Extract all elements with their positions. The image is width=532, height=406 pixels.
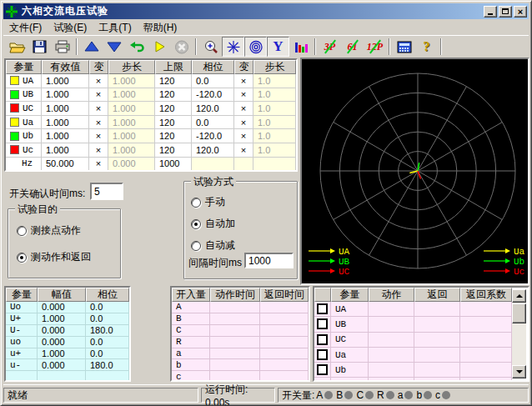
twelve-phase-button[interactable]: 12P xyxy=(364,37,386,57)
var2-cell[interactable]: × xyxy=(234,74,253,88)
purpose-option[interactable]: 测接点动作 xyxy=(17,223,81,238)
switch-indicator: c xyxy=(435,389,450,401)
value-cell[interactable]: 1.000 xyxy=(42,143,89,158)
close-button[interactable]: × xyxy=(514,6,527,18)
mode-option[interactable]: 手动 xyxy=(191,195,225,209)
legend-label: Uc xyxy=(514,267,524,277)
limit-cell[interactable]: 120 xyxy=(155,74,192,88)
result-checkbox[interactable] xyxy=(317,303,328,314)
limit-cell[interactable]: 1000 xyxy=(155,158,192,172)
reset-button[interactable] xyxy=(125,37,148,57)
phase-cell[interactable]: 0.0 xyxy=(192,116,234,130)
y-view-button[interactable]: Y xyxy=(267,37,289,57)
value-cell[interactable]: 50.000 xyxy=(42,158,89,172)
param-cell: Hz xyxy=(6,158,42,172)
switch-confirm-input[interactable] xyxy=(90,183,123,200)
lower-button[interactable] xyxy=(103,37,125,57)
switch-letter: R xyxy=(377,389,384,401)
save-button[interactable] xyxy=(28,37,51,57)
result-checkbox[interactable] xyxy=(317,380,328,382)
six-phase-button[interactable]: 61 xyxy=(341,37,364,57)
value-cell[interactable]: 1.000 xyxy=(42,74,89,88)
menu-test[interactable]: 试验(E) xyxy=(48,20,93,36)
var1-cell[interactable]: × xyxy=(89,116,108,130)
menu-tools[interactable]: 工具(T) xyxy=(93,20,137,36)
var1-cell[interactable]: × xyxy=(89,158,108,172)
open-button[interactable] xyxy=(6,37,28,57)
bar-view-button[interactable] xyxy=(289,37,312,57)
mode-radio[interactable] xyxy=(191,241,201,251)
value-cell[interactable]: 1.000 xyxy=(42,88,89,103)
limit-cell[interactable]: 120 xyxy=(155,129,192,143)
result-checkbox[interactable] xyxy=(317,364,328,375)
maximize-button[interactable] xyxy=(499,6,512,18)
var2-cell[interactable]: × xyxy=(234,116,253,130)
value-cell[interactable]: 1.000 xyxy=(42,102,89,116)
mode-option-label: 自动减 xyxy=(205,238,235,253)
scroll-thumb[interactable] xyxy=(512,303,526,323)
var1-cell[interactable]: × xyxy=(89,143,108,158)
toolbar-separator xyxy=(76,38,78,55)
mode-option[interactable]: 自动减 xyxy=(191,238,235,253)
phase-cell[interactable]: -120.0 xyxy=(192,88,234,103)
var2-cell[interactable]: × xyxy=(234,88,253,103)
mode-radio-selected[interactable] xyxy=(191,219,201,229)
print-button[interactable] xyxy=(51,37,73,57)
di-time-cell xyxy=(210,313,260,325)
three-phase-button[interactable]: 3P xyxy=(319,37,341,57)
phase-cell[interactable]: 120.0 xyxy=(192,143,234,158)
purpose-radio-selected[interactable] xyxy=(17,253,27,263)
toolbar-separator xyxy=(440,38,442,55)
interval-input[interactable] xyxy=(244,253,294,268)
mode-radio[interactable] xyxy=(191,198,201,208)
switch-letter: b xyxy=(416,389,422,401)
purpose-option[interactable]: 测动作和返回 xyxy=(17,250,91,264)
result-table-scrollbar[interactable] xyxy=(512,289,526,378)
var1-cell[interactable]: × xyxy=(89,102,108,116)
result-checkbox[interactable] xyxy=(317,349,328,360)
var2-cell[interactable]: × xyxy=(234,129,253,143)
sequence-value-cell: 0.0 xyxy=(86,337,129,348)
limit-cell[interactable]: 120 xyxy=(155,88,192,103)
result-checkbox[interactable] xyxy=(317,334,328,345)
phasor-view-button[interactable] xyxy=(222,37,244,57)
main-table-header: 有效值 xyxy=(42,60,89,74)
menu-file[interactable]: 文件(F) xyxy=(3,20,48,36)
limit-cell[interactable]: 120 xyxy=(155,102,192,116)
phase-cell[interactable]: -120.0 xyxy=(192,129,234,143)
menu-help[interactable]: 帮助(H) xyxy=(138,20,183,36)
limit-cell[interactable]: 120 xyxy=(155,143,192,158)
limit-cell[interactable]: 120 xyxy=(155,116,192,130)
var2-cell[interactable]: × xyxy=(234,143,253,158)
value-cell[interactable]: 1.000 xyxy=(42,116,89,130)
step1-cell: 1.000 xyxy=(108,129,155,143)
param-label: UB xyxy=(23,89,33,99)
var1-cell[interactable]: × xyxy=(89,88,108,103)
result-coeff-cell xyxy=(460,363,512,378)
result-param-cell: Uc xyxy=(331,378,369,382)
var2-cell[interactable] xyxy=(234,158,253,172)
value-cell[interactable]: 1.000 xyxy=(42,129,89,143)
calculator-icon xyxy=(397,41,412,53)
purpose-radio[interactable] xyxy=(17,226,27,236)
phase-cell[interactable]: 120.0 xyxy=(192,102,234,116)
circle-view-button[interactable] xyxy=(244,37,267,57)
result-checkbox[interactable] xyxy=(317,318,328,329)
minimize-button[interactable] xyxy=(484,6,497,18)
scroll-down-button[interactable] xyxy=(512,365,526,378)
var1-cell[interactable]: × xyxy=(89,129,108,143)
zoom-button[interactable] xyxy=(199,37,222,57)
stop-button[interactable] xyxy=(170,37,193,57)
help-button[interactable]: ? xyxy=(415,37,438,57)
calculator-button[interactable] xyxy=(393,37,415,57)
var2-cell[interactable]: × xyxy=(234,102,253,116)
phase-cell[interactable]: 0.0 xyxy=(192,74,234,88)
var1-cell[interactable]: × xyxy=(89,74,108,88)
phase-cell[interactable] xyxy=(192,158,234,172)
scroll-up-button[interactable] xyxy=(512,289,526,303)
raise-button[interactable] xyxy=(80,37,103,57)
mode-option[interactable]: 自动加 xyxy=(191,217,235,231)
di-channel-cell: R xyxy=(172,337,210,348)
purpose-option-label: 测动作和返回 xyxy=(31,250,91,264)
run-button[interactable] xyxy=(148,37,170,57)
